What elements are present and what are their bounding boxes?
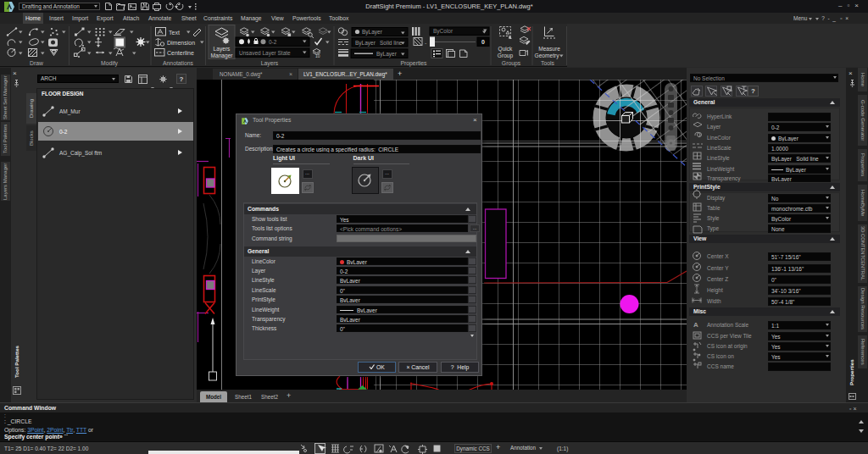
svg-text:Tools: Tools: [541, 60, 554, 66]
svg-text:Layers: Layers: [261, 60, 279, 67]
svg-text:Measure: Measure: [538, 46, 560, 52]
svg-text:Centerline: Centerline: [167, 50, 194, 56]
svg-text:Text: Text: [169, 30, 180, 36]
svg-text:Manager: Manager: [210, 53, 233, 59]
svg-text:Groups: Groups: [502, 60, 521, 67]
svg-text:ByLayer: ByLayer: [362, 29, 383, 36]
svg-text:A: A: [693, 321, 698, 329]
svg-text:-: -: [425, 40, 427, 46]
svg-text:Properties: Properties: [401, 60, 428, 67]
svg-text:Layers: Layers: [214, 46, 231, 53]
svg-text:ByLayer: ByLayer: [376, 51, 398, 58]
svg-text:Draw: Draw: [30, 60, 43, 66]
svg-text:10: 10: [315, 53, 320, 58]
svg-text:Quick: Quick: [498, 46, 514, 53]
svg-text:Group: Group: [498, 53, 514, 59]
svg-text:Geometry: Geometry: [535, 53, 560, 59]
svg-text:Annotations: Annotations: [163, 60, 194, 66]
svg-text:Unsaved Layer State: Unsaved Layer State: [239, 50, 291, 57]
svg-text:ByLayer: ByLayer: [355, 40, 376, 47]
svg-text:0: 0: [481, 39, 485, 45]
svg-text:ByColor: ByColor: [433, 28, 453, 35]
svg-text:Dimension: Dimension: [167, 40, 195, 46]
svg-text:0-2: 0-2: [269, 39, 277, 45]
svg-text:Solid line: Solid line: [380, 40, 403, 46]
svg-text:Modify: Modify: [101, 60, 119, 67]
